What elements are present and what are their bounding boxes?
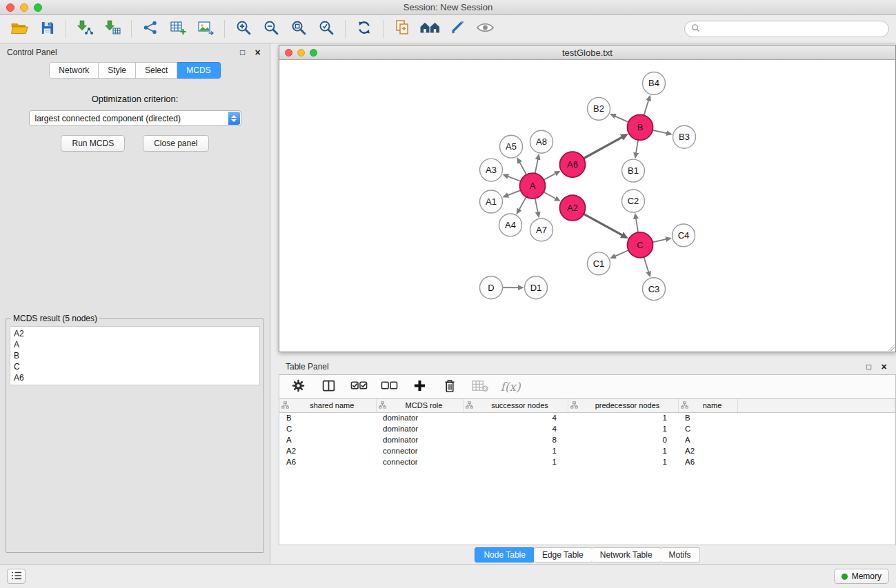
- close-panel-button[interactable]: Close panel: [143, 135, 208, 152]
- table-row[interactable]: A2connector11A2: [279, 445, 895, 456]
- network-close-button[interactable]: [285, 49, 292, 57]
- graph-edge-A2-C[interactable]: [584, 214, 622, 235]
- graph-edge-B-B1[interactable]: [636, 140, 638, 153]
- graph-node-B2[interactable]: B2: [588, 97, 610, 120]
- open-session-button[interactable]: [6, 17, 33, 41]
- tab-select[interactable]: Select: [136, 62, 177, 79]
- mcds-result-item[interactable]: A2: [10, 328, 259, 339]
- close-window-button[interactable]: [6, 3, 14, 12]
- graph-node-A4[interactable]: A4: [499, 214, 522, 236]
- graph-node-A3[interactable]: A3: [480, 159, 503, 181]
- mcds-result-list[interactable]: A2ABCA6: [10, 326, 260, 385]
- zoom-selected-button[interactable]: [312, 17, 340, 41]
- tab-motifs[interactable]: Motifs: [661, 547, 700, 562]
- criterion-dropdown[interactable]: largest connected component (directed): [29, 110, 241, 126]
- zoom-in-button[interactable]: [230, 17, 257, 41]
- table-row[interactable]: Bdominator41B: [279, 412, 895, 423]
- table-row[interactable]: Adominator80A: [279, 434, 895, 445]
- mcds-result-item[interactable]: A: [10, 339, 259, 350]
- import-network-button[interactable]: [71, 17, 99, 41]
- zoom-window-button[interactable]: [34, 3, 42, 12]
- graph-node-C[interactable]: C: [628, 232, 653, 258]
- tab-mcds[interactable]: MCDS: [177, 62, 220, 79]
- float-panel-icon[interactable]: □: [237, 48, 248, 57]
- graph-edge-C-C2[interactable]: [636, 219, 638, 232]
- graph-node-C4[interactable]: C4: [673, 224, 695, 247]
- graph-edge-A-A2[interactable]: [544, 192, 556, 199]
- deselect-all-button[interactable]: [377, 376, 401, 397]
- function-builder-button[interactable]: f(x): [499, 376, 522, 397]
- zoom-fit-button[interactable]: [285, 17, 312, 41]
- graph-edge-B-B4[interactable]: [644, 100, 649, 115]
- table-settings-button[interactable]: [286, 376, 310, 397]
- graph-node-A7[interactable]: A7: [530, 219, 553, 241]
- save-session-button[interactable]: [33, 17, 61, 41]
- import-table-button[interactable]: [99, 17, 126, 41]
- minimize-window-button[interactable]: [20, 3, 28, 12]
- float-table-panel-icon[interactable]: □: [864, 362, 874, 372]
- table-row[interactable]: A6connector11A6: [279, 456, 895, 467]
- node-table-area[interactable]: shared nameMCDS rolesuccessor nodesprede…: [279, 399, 896, 545]
- graph-edge-A-A3[interactable]: [508, 176, 521, 181]
- graph-node-D[interactable]: D: [480, 276, 503, 299]
- graph-node-B[interactable]: B: [628, 114, 653, 140]
- graph-node-B1[interactable]: B1: [622, 159, 645, 182]
- graph-edge-A6-B[interactable]: [584, 137, 622, 159]
- column-header-MCDS-role[interactable]: MCDS role: [376, 399, 463, 412]
- memory-button[interactable]: Memory: [834, 569, 889, 584]
- ui-panels-button[interactable]: [7, 569, 26, 584]
- graph-node-A[interactable]: A: [520, 173, 546, 199]
- run-mcds-button[interactable]: Run MCDS: [61, 135, 125, 152]
- tab-network-table[interactable]: Network Table: [592, 547, 661, 562]
- graph-edge-A-A7[interactable]: [535, 199, 538, 213]
- column-header-successor-nodes[interactable]: successor nodes: [463, 399, 568, 412]
- mcds-result-item[interactable]: A6: [10, 372, 259, 383]
- graph-node-A5[interactable]: A5: [500, 135, 523, 158]
- close-panel-icon[interactable]: ×: [252, 48, 263, 57]
- graph-node-C2[interactable]: C2: [622, 190, 645, 212]
- graph-edge-A-A8[interactable]: [535, 159, 538, 174]
- graph-edge-B-B3[interactable]: [653, 130, 667, 134]
- graph-node-C3[interactable]: C3: [643, 278, 666, 301]
- graph-node-A8[interactable]: A8: [530, 130, 553, 153]
- tab-network[interactable]: Network: [49, 62, 99, 79]
- show-columns-button[interactable]: [317, 376, 340, 397]
- graph-edge-C-C1[interactable]: [615, 250, 628, 256]
- graph-node-B3[interactable]: B3: [673, 125, 696, 148]
- network-minimize-button[interactable]: [297, 49, 305, 57]
- close-table-panel-icon[interactable]: ×: [879, 362, 889, 372]
- toggle-view-button[interactable]: [471, 17, 499, 41]
- refresh-button[interactable]: [350, 17, 378, 41]
- delete-column-button[interactable]: [468, 376, 492, 397]
- graph-edge-A-A5[interactable]: [519, 162, 526, 174]
- delete-row-button[interactable]: [438, 376, 461, 397]
- add-column-button[interactable]: [408, 376, 431, 397]
- network-window-titlebar[interactable]: testGlobe.txt: [279, 45, 895, 60]
- mcds-result-item[interactable]: B: [10, 350, 259, 361]
- tab-node-table[interactable]: Node Table: [475, 547, 535, 562]
- graph-node-C1[interactable]: C1: [588, 252, 610, 275]
- graph-node-A1[interactable]: A1: [480, 190, 503, 213]
- graph-node-B4[interactable]: B4: [643, 72, 666, 94]
- select-all-button[interactable]: [347, 376, 370, 397]
- first-neighbors-button[interactable]: [388, 17, 416, 41]
- export-image-button[interactable]: [192, 17, 219, 41]
- search-input[interactable]: [704, 24, 882, 34]
- new-network-button[interactable]: [137, 17, 164, 41]
- show-graphics-details-button[interactable]: [416, 17, 444, 41]
- window-resize-handle[interactable]: [887, 343, 895, 351]
- table-row[interactable]: Cdominator41C: [279, 423, 895, 434]
- graph-edge-A-A1[interactable]: [508, 190, 521, 195]
- new-table-button[interactable]: [164, 17, 192, 41]
- graph-node-A2[interactable]: A2: [560, 195, 586, 221]
- annotation-mode-button[interactable]: [444, 17, 471, 41]
- graph-edge-C-C3[interactable]: [644, 257, 649, 272]
- network-canvas[interactable]: B4B2BB3A8A5A6A3B1AC2A1A2A4A7C4CC1DD1C3: [279, 60, 895, 352]
- column-header-shared-name[interactable]: shared name: [279, 399, 376, 412]
- column-header-name[interactable]: name: [678, 399, 737, 412]
- tab-style[interactable]: Style: [99, 62, 136, 79]
- zoom-out-button[interactable]: [257, 17, 285, 41]
- graph-edge-B-B2[interactable]: [615, 116, 628, 122]
- graph-edge-A-A4[interactable]: [519, 197, 526, 210]
- mcds-result-item[interactable]: C: [10, 361, 259, 372]
